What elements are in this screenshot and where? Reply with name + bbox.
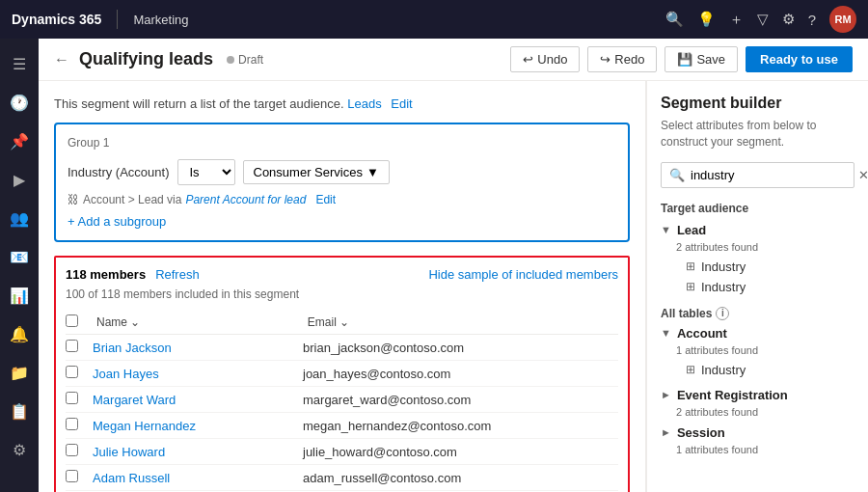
top-nav-icons: 🔍 💡 ＋ ▽ ⚙ ? RM	[665, 6, 856, 33]
table-row: Adam Russell adam_russell@contoso.com	[66, 465, 618, 491]
member-name[interactable]: Julie Howard	[93, 445, 303, 459]
main-content: ← Qualifying leads Draft ↩ Undo ↪ Redo 💾…	[39, 39, 868, 492]
redo-button[interactable]: ↪ Redo	[587, 46, 657, 72]
account-header[interactable]: ▼ Account	[661, 326, 854, 341]
member-name[interactable]: Brian Jackson	[93, 341, 303, 355]
member-name[interactable]: Megan Hernandez	[93, 419, 303, 433]
members-subtitle: 100 of 118 members included in this segm…	[66, 287, 618, 301]
help-icon[interactable]: ?	[808, 12, 816, 28]
account-sub: 1 attributes found	[676, 344, 854, 356]
sidebar-recent-icon[interactable]: 🕐	[2, 85, 37, 120]
sidebar-folder-icon[interactable]: 📁	[2, 355, 37, 390]
sidebar-contacts-icon[interactable]: 👥	[2, 201, 37, 235]
audience-link[interactable]: Leads	[347, 96, 381, 111]
account-industry-item[interactable]: ⊞ Industry	[680, 360, 854, 380]
search-clear-icon[interactable]: ✕	[858, 168, 868, 182]
left-sidebar: ☰ 🕐 📌 ▶ 👥 📧 📊 🔔 📁 📋 ⚙	[0, 39, 39, 492]
row-checkbox[interactable]	[66, 366, 78, 378]
group-label: Group 1	[68, 136, 616, 150]
members-count: 118 members	[66, 267, 146, 282]
search-box: 🔍 ✕	[661, 162, 854, 188]
table-row: Julie Howard julie_howard@contoso.com	[66, 439, 618, 465]
condition-field: Industry (Account)	[68, 165, 170, 179]
settings-icon[interactable]: ⚙	[782, 11, 795, 28]
search-icon[interactable]: 🔍	[665, 11, 684, 28]
add-subgroup-button[interactable]: + Add a subgroup	[68, 214, 616, 229]
row-checkbox[interactable]	[66, 392, 78, 404]
row-checkbox-cell	[66, 444, 93, 459]
sidebar-pin-icon[interactable]: 📌	[2, 123, 37, 158]
member-name[interactable]: Adam Russell	[93, 471, 303, 485]
condition-value[interactable]: Consumer Services ▼	[243, 160, 390, 184]
condition-operator-select[interactable]: Is	[177, 159, 235, 185]
lightbulb-icon[interactable]: 💡	[697, 11, 716, 28]
session-tree-section: ► Session 1 attributes found	[661, 425, 854, 455]
row-checkbox-cell	[66, 392, 93, 407]
col-name-header[interactable]: Name ⌄	[96, 315, 304, 329]
ready-to-use-button[interactable]: Ready to use	[746, 46, 853, 72]
segment-search-input[interactable]	[691, 168, 853, 182]
sidebar-list-icon[interactable]: 📋	[2, 394, 37, 428]
members-rows: Brian Jackson brian_jackson@contoso.com …	[66, 335, 618, 491]
table-row: Joan Hayes joan_hayes@contoso.com	[66, 361, 618, 387]
sidebar-notifications-icon[interactable]: 🔔	[2, 316, 37, 351]
lead-chevron-icon: ▼	[661, 224, 671, 235]
row-checkbox-cell	[66, 418, 93, 433]
lead-header[interactable]: ▼ Lead	[661, 223, 854, 237]
content-area: This segment will return a list of the t…	[39, 81, 868, 492]
via-highlight-link[interactable]: Parent Account for lead	[185, 193, 306, 206]
session-chevron-icon: ►	[661, 426, 671, 438]
via-edit-link[interactable]: Edit	[315, 193, 336, 206]
member-name[interactable]: Joan Hayes	[93, 367, 303, 381]
sidebar-analytics-icon[interactable]: 📊	[2, 278, 37, 313]
condition-row: Industry (Account) Is Consumer Services …	[68, 159, 616, 185]
row-checkbox-cell	[66, 340, 93, 355]
panel-title: Segment builder	[661, 95, 854, 112]
row-checkbox[interactable]	[66, 470, 78, 482]
row-checkbox-cell	[66, 366, 93, 381]
avatar[interactable]: RM	[829, 6, 856, 33]
page-title: Qualifying leads	[79, 49, 213, 69]
add-icon[interactable]: ＋	[729, 11, 744, 29]
table-row: Megan Hernandez megan_hernandez@contoso.…	[66, 413, 618, 439]
member-email: megan_hernandez@contoso.com	[303, 419, 618, 433]
lead-industry2-item[interactable]: ⊞ Industry	[680, 277, 854, 297]
member-name[interactable]: Margaret Ward	[93, 393, 303, 407]
draft-label: Draft	[238, 53, 263, 67]
session-header[interactable]: ► Session	[661, 425, 854, 440]
lead-sub: 2 attributes found	[676, 241, 854, 253]
event-reg-sub: 2 attributes found	[676, 406, 854, 418]
app-layout: ☰ 🕐 📌 ▶ 👥 📧 📊 🔔 📁 📋 ⚙ ← Qualifying leads…	[0, 39, 868, 492]
account-chevron-icon: ▼	[661, 327, 671, 339]
col-email-header[interactable]: Email ⌄	[308, 315, 618, 329]
row-checkbox[interactable]	[66, 444, 78, 456]
members-section: 118 members Refresh Hide sample of inclu…	[54, 256, 630, 492]
module-name: Marketing	[133, 13, 188, 27]
account-tree-section: ▼ Account 1 attributes found ⊞ Industry	[661, 326, 854, 380]
members-header: 118 members Refresh Hide sample of inclu…	[66, 267, 618, 282]
all-tables-label: All tables i	[661, 307, 854, 320]
undo-button[interactable]: ↩ Undo	[510, 46, 580, 72]
via-row: ⛓ Account > Lead via Parent Account for …	[68, 193, 616, 206]
chevron-down-icon: ▼	[366, 165, 379, 179]
save-button[interactable]: 💾 Save	[665, 46, 738, 72]
hide-members-link[interactable]: Hide sample of included members	[428, 267, 618, 282]
sidebar-menu-icon[interactable]: ☰	[2, 46, 37, 81]
sort-email-icon: ⌄	[339, 315, 349, 329]
sidebar-email-icon[interactable]: 📧	[2, 239, 37, 274]
sidebar-play-icon[interactable]: ▶	[2, 162, 37, 197]
filter-icon[interactable]: ▽	[757, 11, 769, 28]
chain-icon: ⛓	[68, 193, 79, 206]
event-reg-header[interactable]: ► Event Registration	[661, 388, 854, 402]
sort-name-icon: ⌄	[130, 315, 140, 329]
refresh-link[interactable]: Refresh	[155, 267, 200, 282]
row-checkbox[interactable]	[66, 340, 78, 352]
back-button[interactable]: ←	[54, 51, 69, 68]
row-checkbox[interactable]	[66, 418, 78, 430]
lead-industry1-item[interactable]: ⊞ Industry	[680, 257, 854, 277]
select-all-checkbox[interactable]	[66, 314, 78, 327]
edit-link[interactable]: Edit	[391, 96, 412, 111]
sidebar-settings-icon[interactable]: ⚙	[2, 432, 37, 467]
event-reg-chevron-icon: ►	[661, 389, 671, 400]
header-bar: ← Qualifying leads Draft ↩ Undo ↪ Redo 💾…	[39, 39, 868, 81]
